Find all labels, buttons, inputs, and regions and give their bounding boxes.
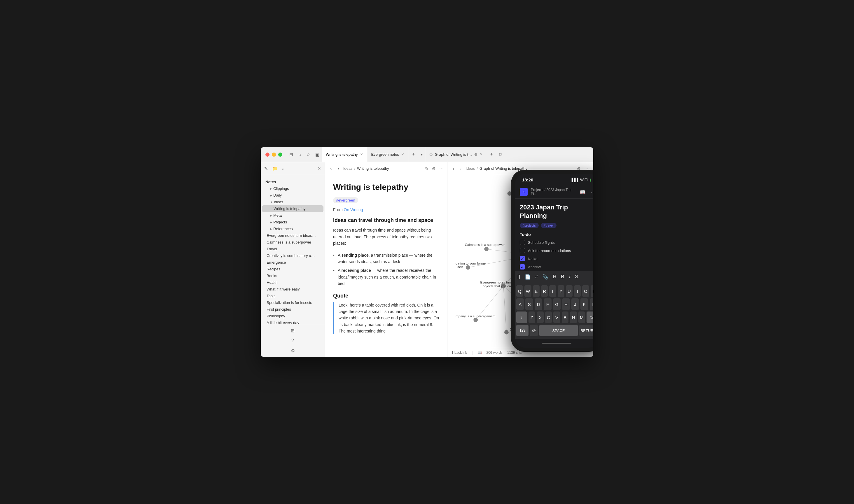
- tab-evergreen-notes[interactable]: Evergreen notes ✕: [367, 147, 408, 162]
- key-i[interactable]: I: [574, 285, 581, 297]
- tab-writing-is-telepathy[interactable]: Writing is telepathy ✕: [322, 147, 367, 162]
- key-x[interactable]: X: [537, 311, 544, 323]
- fullscreen-button[interactable]: [278, 152, 282, 157]
- graph-node-nav[interactable]: [466, 266, 470, 270]
- sidebar-item-creativity[interactable]: Creativity is combinatory u…: [262, 252, 324, 259]
- forward-button[interactable]: ›: [336, 165, 341, 173]
- breadcrumb-parent[interactable]: Ideas: [343, 166, 352, 170]
- search-icon[interactable]: ⌕: [298, 152, 301, 157]
- sidebar-toggle-icon[interactable]: ⊞: [289, 152, 293, 157]
- sidebar-item-ideas[interactable]: ▼ Ideas: [262, 199, 324, 205]
- phone-todo-andrew[interactable]: ✓ Andrew: [520, 264, 593, 270]
- graph-tab[interactable]: ⬡ Graph of Writing is t… ⊕ ✕: [425, 147, 487, 162]
- key-b[interactable]: B: [562, 311, 569, 323]
- phone-checkbox-keiko[interactable]: ✓: [520, 256, 525, 261]
- graph-back-button[interactable]: ‹: [451, 165, 456, 173]
- key-f[interactable]: F: [544, 299, 551, 310]
- format-header-icon[interactable]: H: [553, 274, 557, 280]
- key-v[interactable]: V: [553, 311, 560, 323]
- more-icon[interactable]: ⋯: [439, 166, 443, 171]
- key-w[interactable]: W: [524, 285, 531, 297]
- phone-todo-flights[interactable]: Schedule flights: [520, 240, 593, 245]
- key-h[interactable]: H: [562, 299, 570, 310]
- key-m[interactable]: M: [578, 311, 585, 323]
- key-c[interactable]: C: [545, 311, 552, 323]
- close-button[interactable]: [266, 152, 270, 157]
- phone-more-icon[interactable]: ⋯: [589, 189, 593, 195]
- graph-node-company[interactable]: [473, 318, 478, 322]
- settings-icon[interactable]: ⚙: [291, 348, 295, 354]
- link-icon[interactable]: ⊕: [432, 166, 436, 171]
- sidebar-item-calmness[interactable]: Calmness is a superpower: [262, 239, 324, 246]
- star-icon[interactable]: ☆: [306, 152, 310, 157]
- key-y[interactable]: Y: [558, 285, 564, 297]
- panel-icon[interactable]: ▣: [315, 152, 320, 157]
- sidebar-item-travel[interactable]: Travel: [262, 246, 324, 252]
- key-s[interactable]: S: [525, 299, 533, 310]
- sidebar-item-specialization[interactable]: Specialization is for insects: [262, 299, 324, 306]
- sidebar-item-what-if[interactable]: What if it were easy: [262, 286, 324, 292]
- format-bold-icon[interactable]: B: [561, 274, 564, 280]
- sidebar-item-daily[interactable]: ▶ Daily: [262, 192, 324, 199]
- sidebar-item-references[interactable]: ▶ References: [262, 226, 324, 232]
- key-r[interactable]: R: [541, 285, 548, 297]
- graph-link-icon[interactable]: ⊕: [474, 152, 477, 157]
- format-italic-icon[interactable]: I: [569, 274, 570, 280]
- tab-close-icon[interactable]: ✕: [360, 152, 363, 156]
- format-bracket-icon[interactable]: []: [517, 274, 520, 280]
- format-file-icon[interactable]: 📄: [525, 274, 530, 280]
- note-content-area[interactable]: Writing is telepathy #evergreen From On …: [325, 175, 447, 357]
- sidebar-item-tools[interactable]: Tools: [262, 292, 324, 299]
- key-shift[interactable]: ⇧: [516, 311, 527, 323]
- minimize-button[interactable]: [272, 152, 276, 157]
- graph-node-evergreen-notes[interactable]: [504, 330, 509, 335]
- back-button[interactable]: ‹: [328, 165, 333, 173]
- new-folder-icon[interactable]: 📁: [272, 166, 278, 171]
- key-e[interactable]: E: [533, 285, 540, 297]
- graph-node-books[interactable]: [508, 191, 512, 196]
- sidebar-item-emergence[interactable]: Emergence: [262, 259, 324, 266]
- sidebar-item-little-bit[interactable]: A little bit every day: [262, 319, 324, 324]
- phone-checkbox-andrew[interactable]: ✓: [520, 264, 525, 270]
- sidebar-item-projects[interactable]: ▶ Projects: [262, 219, 324, 226]
- phone-tag-projects[interactable]: #projects: [520, 223, 539, 228]
- key-o[interactable]: O: [582, 285, 589, 297]
- edit-icon[interactable]: ✎: [425, 166, 429, 171]
- key-emoji[interactable]: ☺: [530, 325, 538, 336]
- sidebar-item-recipes[interactable]: Recipes: [262, 266, 324, 272]
- phone-book-icon[interactable]: 📖: [580, 189, 586, 195]
- phone-todo-recommendations[interactable]: Ask for recommendations: [520, 248, 593, 253]
- phone-keyboard[interactable]: Q W E R T Y U I O P A S D F G H: [515, 283, 593, 339]
- note-tag[interactable]: #evergreen: [333, 197, 358, 203]
- graph-forward-button[interactable]: ›: [458, 165, 463, 173]
- phone-note-content[interactable]: 2023 Japan Trip Planning #projects #trav…: [515, 199, 593, 271]
- sidebar-item-writing-telepathy[interactable]: Writing is telepathy: [262, 205, 324, 212]
- sidebar-item-evergreen-notes[interactable]: Evergreen notes turn ideas…: [262, 232, 324, 239]
- format-attach-icon[interactable]: 📎: [543, 274, 548, 280]
- new-note-icon[interactable]: ✎: [264, 166, 268, 171]
- key-space[interactable]: space: [539, 325, 578, 336]
- phone-todo-keiko[interactable]: ✓ Keiko: [520, 256, 593, 261]
- format-strikethrough-icon[interactable]: S: [575, 274, 578, 280]
- tab-close-icon[interactable]: ✕: [401, 152, 404, 156]
- tab-overflow-chevron[interactable]: ▾: [419, 152, 425, 157]
- new-tab-button[interactable]: +: [408, 151, 419, 158]
- sidebar-item-meta[interactable]: ▶ Meta: [262, 212, 324, 219]
- format-tag-icon[interactable]: #: [535, 274, 538, 280]
- key-123[interactable]: 123: [516, 325, 528, 336]
- key-n[interactable]: N: [570, 311, 577, 323]
- info-icon[interactable]: ?: [291, 338, 294, 343]
- sidebar-item-philosophy[interactable]: Philosophy: [262, 313, 324, 319]
- phone-app-icon[interactable]: ⊞: [520, 188, 528, 196]
- key-k[interactable]: K: [580, 299, 588, 310]
- key-return[interactable]: return: [579, 325, 593, 336]
- key-p[interactable]: P: [590, 285, 593, 297]
- graph-breadcrumb-parent[interactable]: Ideas: [466, 166, 475, 170]
- graph-node-calmness[interactable]: [484, 247, 489, 251]
- split-view-button[interactable]: ⧉: [497, 152, 505, 157]
- key-delete[interactable]: ⌫: [586, 311, 593, 323]
- key-a[interactable]: A: [516, 299, 524, 310]
- on-writing-link[interactable]: On Writing: [344, 208, 363, 212]
- phone-checkbox-recommendations[interactable]: [520, 248, 525, 253]
- close-sidebar-icon[interactable]: ✕: [317, 166, 321, 171]
